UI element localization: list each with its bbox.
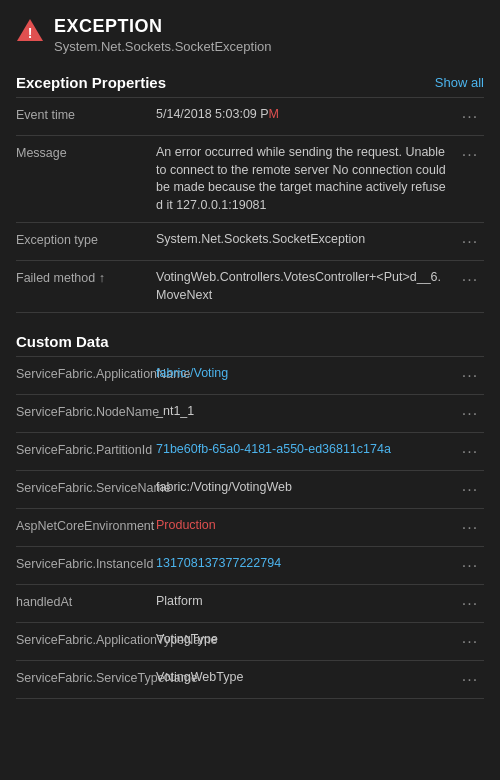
row-key-aspnet-env: AspNetCoreEnvironment bbox=[16, 517, 156, 536]
table-row: ServiceFabric.ServiceName fabric:/Voting… bbox=[16, 471, 484, 509]
table-row: ServiceFabric.ApplicationName fabric:/Vo… bbox=[16, 357, 484, 395]
table-row: Message An error occurred while sending … bbox=[16, 136, 484, 223]
row-menu-exception-type[interactable]: ··· bbox=[456, 231, 484, 251]
row-key-failed-method: Failed method ↑ bbox=[16, 269, 156, 288]
table-row: ServiceFabric.PartitionId 71be60fb-65a0-… bbox=[16, 433, 484, 471]
row-value-partition-id: 71be60fb-65a0-4181-a550-ed36811c174a bbox=[156, 441, 456, 459]
row-menu-failed-method[interactable]: ··· bbox=[456, 269, 484, 289]
exception-header: ! EXCEPTION System.Net.Sockets.SocketExc… bbox=[16, 16, 484, 54]
row-value-failed-method: VotingWeb.Controllers.VotesController+<P… bbox=[156, 269, 456, 304]
exception-subtitle: System.Net.Sockets.SocketException bbox=[54, 39, 271, 54]
row-value-service-type-name: VotingWebType bbox=[156, 669, 456, 687]
row-menu-handled-at[interactable]: ··· bbox=[456, 593, 484, 613]
table-row: handledAt Platform ··· bbox=[16, 585, 484, 623]
table-row: ServiceFabric.InstanceId 131708137377222… bbox=[16, 547, 484, 585]
row-value-instance-id: 131708137377222794 bbox=[156, 555, 456, 573]
row-value-node-name: _nt1_1 bbox=[156, 403, 456, 421]
row-value-app-type-name: VotingType bbox=[156, 631, 456, 649]
row-value-message: An error occurred while sending the requ… bbox=[156, 144, 456, 214]
table-row: Exception type System.Net.Sockets.Socket… bbox=[16, 223, 484, 261]
aspnet-env-highlight: Production bbox=[156, 518, 216, 532]
row-menu-event-time[interactable]: ··· bbox=[456, 106, 484, 126]
custom-data-table: ServiceFabric.ApplicationName fabric:/Vo… bbox=[16, 356, 484, 699]
row-key-instance-id: ServiceFabric.InstanceId bbox=[16, 555, 156, 574]
table-row: Event time 5/14/2018 5:03:09 PM ··· bbox=[16, 98, 484, 136]
properties-section-header: Exception Properties Show all bbox=[16, 74, 484, 91]
svg-text:!: ! bbox=[28, 25, 33, 41]
properties-table: Event time 5/14/2018 5:03:09 PM ··· Mess… bbox=[16, 97, 484, 313]
row-value-handled-at: Platform bbox=[156, 593, 456, 611]
exception-title-block: EXCEPTION System.Net.Sockets.SocketExcep… bbox=[54, 16, 271, 54]
row-key-exception-type: Exception type bbox=[16, 231, 156, 250]
warning-icon: ! bbox=[16, 16, 44, 44]
exception-properties-section: Exception Properties Show all Event time… bbox=[16, 74, 484, 313]
row-key-node-name: ServiceFabric.NodeName bbox=[16, 403, 156, 422]
app-name-link[interactable]: fabric:/Voting bbox=[156, 366, 228, 380]
highlight-m: M bbox=[269, 107, 279, 121]
exception-title: EXCEPTION bbox=[54, 16, 271, 37]
row-value-service-name: fabric:/Voting/VotingWeb bbox=[156, 479, 456, 497]
properties-section-title: Exception Properties bbox=[16, 74, 166, 91]
row-key-app-name: ServiceFabric.ApplicationName bbox=[16, 365, 156, 384]
row-key-handled-at: handledAt bbox=[16, 593, 156, 612]
partition-id-link[interactable]: 71be60fb-65a0-4181-a550-ed36811c174a bbox=[156, 442, 391, 456]
row-menu-instance-id[interactable]: ··· bbox=[456, 555, 484, 575]
row-value-event-time: 5/14/2018 5:03:09 PM bbox=[156, 106, 456, 124]
table-row: ServiceFabric.NodeName _nt1_1 ··· bbox=[16, 395, 484, 433]
row-value-aspnet-env: Production bbox=[156, 517, 456, 535]
row-key-message: Message bbox=[16, 144, 156, 163]
row-key-partition-id: ServiceFabric.PartitionId bbox=[16, 441, 156, 460]
row-menu-app-type-name[interactable]: ··· bbox=[456, 631, 484, 651]
row-menu-aspnet-env[interactable]: ··· bbox=[456, 517, 484, 537]
row-key-event-time: Event time bbox=[16, 106, 156, 125]
page-container: ! EXCEPTION System.Net.Sockets.SocketExc… bbox=[0, 0, 500, 739]
row-value-exception-type: System.Net.Sockets.SocketException bbox=[156, 231, 456, 249]
row-value-app-name: fabric:/Voting bbox=[156, 365, 456, 383]
table-row: ServiceFabric.ServiceTypeName VotingWebT… bbox=[16, 661, 484, 699]
custom-section-title: Custom Data bbox=[16, 333, 109, 350]
row-menu-service-type-name[interactable]: ··· bbox=[456, 669, 484, 689]
table-row: Failed method ↑ VotingWeb.Controllers.Vo… bbox=[16, 261, 484, 313]
row-key-app-type-name: ServiceFabric.ApplicationTypeName bbox=[16, 631, 156, 650]
table-row: ServiceFabric.ApplicationTypeName Voting… bbox=[16, 623, 484, 661]
instance-id-link[interactable]: 131708137377222794 bbox=[156, 556, 281, 570]
row-menu-service-name[interactable]: ··· bbox=[456, 479, 484, 499]
row-key-service-name: ServiceFabric.ServiceName bbox=[16, 479, 156, 498]
row-menu-partition-id[interactable]: ··· bbox=[456, 441, 484, 461]
custom-data-section: Custom Data ServiceFabric.ApplicationNam… bbox=[16, 333, 484, 699]
show-all-link[interactable]: Show all bbox=[435, 75, 484, 90]
row-menu-node-name[interactable]: ··· bbox=[456, 403, 484, 423]
row-menu-message[interactable]: ··· bbox=[456, 144, 484, 164]
table-row: AspNetCoreEnvironment Production ··· bbox=[16, 509, 484, 547]
row-key-service-type-name: ServiceFabric.ServiceTypeName bbox=[16, 669, 156, 688]
custom-section-header: Custom Data bbox=[16, 333, 484, 350]
row-menu-app-name[interactable]: ··· bbox=[456, 365, 484, 385]
